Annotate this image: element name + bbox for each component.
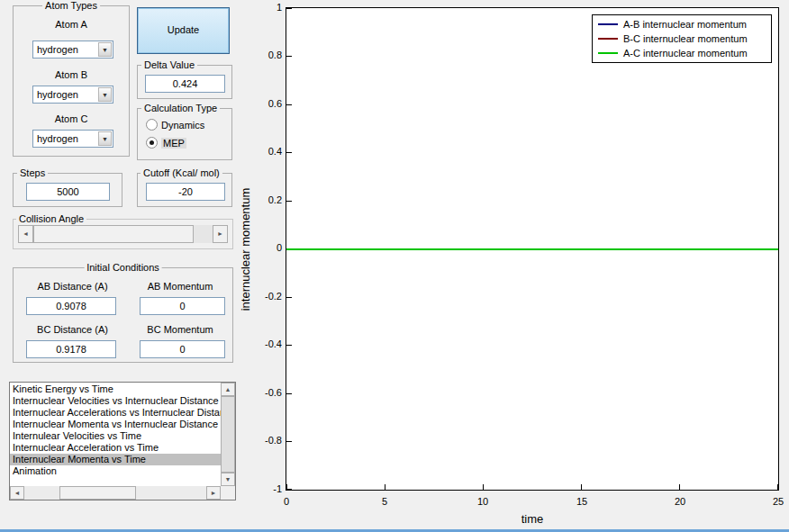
atom-types-panel: Atom Types Atom A hydrogen ▼ Atom B hydr… — [13, 5, 130, 157]
y-axis-label: internuclear momentum — [239, 188, 252, 311]
arrow-left-icon: ◄ — [23, 230, 29, 237]
scroll-down-button[interactable]: ▼ — [221, 473, 235, 486]
x-tick-label: 25 — [760, 496, 789, 508]
x-tick-label: 20 — [662, 496, 698, 508]
x-tick-label: 15 — [564, 496, 600, 508]
dropdown-arrow-icon[interactable]: ▼ — [98, 42, 112, 57]
atom-b-label: Atom B — [14, 69, 129, 80]
initial-conditions-title: Initial Conditions — [84, 262, 162, 273]
listbox-items: Kinetic Energy vs Time Internuclear Velo… — [10, 383, 221, 486]
x-tick-label: 5 — [367, 496, 403, 508]
plot-area — [286, 7, 779, 491]
delta-value-panel: Delta Value — [137, 65, 232, 99]
plot-type-listbox[interactable]: Kinetic Energy vs Time Internuclear Velo… — [9, 382, 236, 500]
cutoff-field[interactable] — [146, 183, 225, 201]
list-item[interactable]: Internulear Velocities vs Time — [10, 430, 221, 442]
y-tick-label: -0.8 — [255, 435, 282, 446]
atom-b-value: hydrogen — [37, 89, 78, 101]
arrow-down-icon: ▼ — [225, 476, 231, 482]
bc-distance-field[interactable] — [26, 340, 116, 358]
scroll-left-button[interactable]: ◄ — [10, 486, 24, 500]
legend-entry: B-C internuclear momentum — [598, 32, 766, 46]
list-item[interactable]: Internuclear Accelerations vs Internucle… — [10, 407, 221, 419]
cutoff-panel: Cutoff (Kcal/ mol) — [137, 173, 232, 207]
legend-line-swatch-ac — [598, 52, 618, 54]
radio-mep-circle-icon — [146, 137, 158, 149]
y-tick-label: 0.2 — [255, 194, 282, 206]
scroll-up-button[interactable]: ▲ — [221, 383, 235, 396]
y-tick-label: 1 — [255, 2, 282, 14]
x-tick-label: 0 — [268, 496, 304, 508]
series-line-ac — [286, 248, 778, 250]
y-tick-label: -1 — [255, 483, 282, 495]
plot-legend: A-B internuclear momentum B-C internucle… — [592, 14, 772, 63]
list-item[interactable]: Animation — [10, 465, 221, 477]
atom-types-title: Atom Types — [42, 0, 100, 11]
delta-value-title: Delta Value — [141, 59, 197, 70]
y-tick-label: 0.6 — [255, 98, 282, 110]
x-axis-label: time — [286, 512, 779, 526]
radio-dynamics-circle-icon — [146, 119, 158, 131]
atom-a-dropdown[interactable]: hydrogen ▼ — [32, 41, 113, 59]
ab-distance-field[interactable] — [26, 297, 116, 315]
delta-value-field[interactable] — [145, 75, 225, 93]
slider-right-button[interactable]: ► — [213, 225, 228, 243]
atom-a-label: Atom A — [14, 19, 129, 30]
list-item[interactable]: Internuclear Momenta vs Internuclear Dis… — [10, 419, 221, 430]
list-item-selected[interactable]: Internuclear Momenta vs Time — [10, 454, 221, 465]
radio-mep[interactable]: MEP — [146, 137, 186, 149]
atom-c-label: Atom C — [14, 113, 129, 124]
bc-momentum-label: BC Momentum — [133, 324, 227, 335]
bc-distance-label: BC Distance (A) — [21, 324, 124, 335]
list-item[interactable]: Internuclear Velocities vs Internuclear … — [10, 395, 221, 407]
scrollbar-corner — [221, 486, 235, 500]
arrow-right-icon: ► — [211, 490, 217, 496]
radio-dynamics[interactable]: Dynamics — [146, 119, 204, 131]
y-tick-label: 0 — [255, 242, 282, 254]
collision-angle-panel: Collision Angle ◄ ► — [13, 219, 233, 249]
x-tick-label: 10 — [465, 496, 501, 508]
vertical-scroll-thumb[interactable] — [221, 396, 235, 473]
legend-label: A-C internuclear momentum — [623, 48, 748, 59]
initial-conditions-panel: Initial Conditions AB Distance (A) AB Mo… — [13, 267, 233, 363]
y-tick-label: -0.6 — [255, 387, 282, 399]
radio-dynamics-label: Dynamics — [161, 120, 204, 131]
y-tick-label: 0.4 — [255, 146, 282, 158]
listbox-vertical-scrollbar[interactable]: ▲ ▼ — [221, 383, 235, 486]
atom-a-value: hydrogen — [37, 44, 78, 56]
legend-entry: A-C internuclear momentum — [598, 47, 766, 60]
legend-entry: A-B internuclear momentum — [598, 18, 766, 32]
collision-angle-slider[interactable]: ◄ ► — [18, 225, 228, 243]
ab-momentum-field[interactable] — [140, 297, 225, 315]
legend-line-swatch-ab — [598, 23, 618, 25]
collision-angle-title: Collision Angle — [16, 213, 86, 224]
slider-left-button[interactable]: ◄ — [18, 225, 33, 243]
atom-c-dropdown[interactable]: hydrogen ▼ — [32, 130, 113, 148]
calculation-type-panel: Calculation Type Dynamics MEP — [137, 108, 232, 160]
y-tick-label: -0.2 — [255, 291, 282, 302]
legend-label: A-B internuclear momentum — [623, 19, 747, 30]
list-item[interactable]: Internuclear Acceleration vs Time — [10, 442, 221, 454]
calculation-type-title: Calculation Type — [141, 103, 220, 113]
cutoff-title: Cutoff (Kcal/ mol) — [141, 167, 222, 178]
ab-distance-label: AB Distance (A) — [21, 281, 124, 292]
y-tick-label: 0.8 — [255, 50, 282, 61]
list-item[interactable]: Kinetic Energy vs Time — [10, 383, 221, 395]
legend-line-swatch-bc — [598, 38, 618, 40]
slider-thumb[interactable] — [33, 225, 194, 243]
listbox-horizontal-scrollbar[interactable]: ◄ ► — [10, 486, 221, 500]
dropdown-arrow-icon[interactable]: ▼ — [98, 87, 112, 102]
horizontal-scroll-thumb[interactable] — [59, 486, 136, 500]
steps-field[interactable] — [26, 183, 110, 201]
bc-momentum-field[interactable] — [140, 340, 225, 358]
atom-b-dropdown[interactable]: hydrogen ▼ — [32, 86, 113, 104]
simulation-app-window: Atom Types Atom A hydrogen ▼ Atom B hydr… — [0, 0, 789, 532]
steps-panel: Steps — [13, 173, 122, 207]
scroll-right-button[interactable]: ► — [206, 486, 221, 500]
arrow-up-icon: ▲ — [225, 386, 231, 392]
y-tick-label: -0.4 — [255, 338, 282, 350]
arrow-right-icon: ► — [217, 230, 223, 237]
radio-mep-label: MEP — [161, 138, 186, 149]
dropdown-arrow-icon[interactable]: ▼ — [98, 131, 112, 146]
update-button[interactable]: Update — [137, 7, 230, 54]
